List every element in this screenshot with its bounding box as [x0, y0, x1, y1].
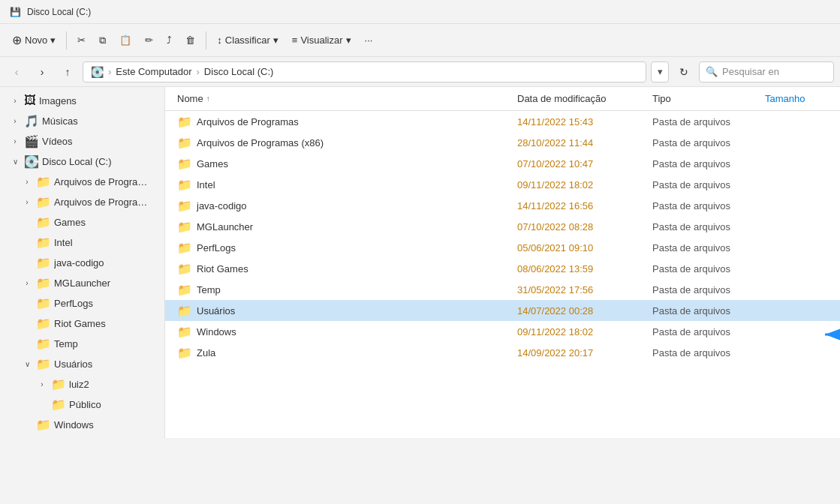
table-row[interactable]: 📁Windows09/11/2022 18:02Pasta de arquivo… [165, 321, 840, 342]
file-type-cell: Pasta de arquivos [646, 325, 759, 339]
sidebar-item-label: Imagens [39, 95, 77, 106]
sidebar-item-java-codigo[interactable]: › 📁 java-codigo [3, 253, 161, 272]
sidebar-item-publico[interactable]: › 📁 Público [3, 394, 161, 414]
address-dropdown[interactable]: ▾ [651, 62, 669, 82]
col-label-size: Tamanho [765, 93, 805, 104]
folder-icon: 📁 [177, 346, 192, 360]
new-chevron: ▾ [50, 34, 56, 46]
paste-button[interactable]: 📋 [113, 31, 137, 50]
table-row[interactable]: 📁Temp31/05/2022 17:56Pasta de arquivos [165, 279, 840, 300]
sidebar-item-musicas[interactable]: › 🎵 Músicas [3, 111, 161, 130]
search-icon: 🔍 [706, 66, 718, 77]
file-type-cell: Pasta de arquivos [646, 283, 759, 297]
file-type-cell: Pasta de arquivos [646, 136, 759, 150]
new-label: Novo [25, 34, 47, 46]
sidebar-item-riot-games[interactable]: › 📁 Riot Games [3, 314, 161, 333]
file-date-cell: 09/11/2022 18:02 [511, 178, 646, 192]
toolbar-sep-1 [66, 32, 67, 50]
rename-button[interactable]: ✏ [139, 31, 159, 50]
col-header-nome[interactable]: Nome [171, 90, 511, 107]
refresh-button[interactable]: ↻ [673, 62, 694, 82]
file-size-cell [759, 309, 834, 312]
table-row[interactable]: 📁Riot Games08/06/2022 13:59Pasta de arqu… [165, 258, 840, 279]
sidebar-item-arq-prog[interactable]: › 📁 Arquivos de Programas [3, 172, 161, 191]
sidebar-item-disco-local[interactable]: ∨ 💽 Disco Local (C:) [3, 152, 161, 171]
folder-icon: 🎵 [24, 114, 39, 128]
sidebar-item-games[interactable]: › 📁 Games [3, 212, 161, 232]
file-date-cell: 07/10/2022 08:28 [511, 220, 646, 234]
table-row[interactable]: 📁MGLauncher07/10/2022 08:28Pasta de arqu… [165, 216, 840, 237]
sidebar-item-label: Intel [54, 237, 73, 248]
expand-icon: › [9, 94, 21, 106]
col-header-size[interactable]: Tamanho [759, 90, 834, 107]
sidebar-item-usuarios[interactable]: ∨ 📁 Usuários [3, 354, 161, 374]
file-date-cell: 14/11/2022 15:43 [511, 115, 646, 129]
sidebar-item-label: Público [69, 399, 101, 410]
col-header-type[interactable]: Tipo [646, 90, 759, 107]
sidebar-item-videos[interactable]: › 🎬 Vídeos [3, 131, 161, 151]
col-header-date[interactable]: Data de modificação [511, 90, 646, 107]
sort-chevron: ▾ [273, 34, 278, 46]
copy-button[interactable]: ⧉ [93, 31, 112, 50]
folder-icon: 📁 [177, 220, 192, 234]
address-bar: ‹ › ↑ 💽 › Este Computador › Disco Local … [0, 57, 840, 87]
table-row[interactable]: 📁Arquivos de Programas14/11/2022 15:43Pa… [165, 111, 840, 132]
rename-icon: ✏ [145, 34, 153, 46]
file-list: Nome Data de modificação Tipo Tamanho 📁A… [165, 87, 840, 438]
file-name-cell: 📁Intel [171, 176, 511, 194]
sidebar-item-temp[interactable]: › 📁 Temp [3, 334, 161, 353]
search-box[interactable]: 🔍 Pesquisar en [699, 62, 834, 82]
sidebar-item-luiz2[interactable]: › 📁 luiz2 [3, 374, 161, 394]
folder-icon: 📁 [177, 157, 192, 171]
table-row[interactable]: 📁Usuários14/07/2022 00:28Pasta de arquiv… [165, 300, 840, 321]
sidebar-item-windows[interactable]: › 📁 Windows [3, 415, 161, 434]
view-icon: ≡ [292, 34, 298, 46]
view-button[interactable]: ≡ Visualizar ▾ [286, 31, 357, 50]
file-size-cell [759, 183, 834, 186]
table-row[interactable]: 📁Arquivos de Programas (x86)28/10/2022 1… [165, 132, 840, 153]
file-name: java-codigo [197, 200, 247, 212]
more-button[interactable]: ··· [359, 31, 379, 50]
file-type-cell: Pasta de arquivos [646, 115, 759, 129]
move-button[interactable]: ⤴ [161, 31, 178, 50]
table-row[interactable]: 📁PerfLogs05/06/2021 09:10Pasta de arquiv… [165, 237, 840, 258]
sidebar-item-label: Usuários [54, 358, 92, 370]
sort-button[interactable]: ↕ Classificar ▾ [211, 31, 284, 50]
forward-button[interactable]: › [32, 62, 53, 82]
address-path[interactable]: 💽 › Este Computador › Disco Local (C:) [83, 62, 646, 82]
sidebar-item-imagens[interactable]: › 🖼 Imagens [3, 91, 161, 110]
folder-icon: 📁 [36, 175, 51, 189]
new-button[interactable]: ⊕ Novo ▾ [6, 31, 62, 50]
folder-icon: 💽 [24, 154, 39, 169]
delete-button[interactable]: 🗑 [179, 31, 201, 50]
folder-icon: 📁 [177, 304, 192, 318]
view-label: Visualizar [300, 34, 342, 46]
search-placeholder: Pesquisar en [722, 66, 779, 77]
file-name: Intel [197, 179, 215, 190]
folder-icon: 📁 [36, 256, 51, 270]
view-chevron: ▾ [346, 34, 351, 46]
back-button[interactable]: ‹ [6, 62, 27, 82]
col-label-nome: Nome [177, 93, 203, 104]
table-row[interactable]: 📁Zula14/09/2022 20:17Pasta de arquivos [165, 342, 840, 363]
folder-icon: 🎬 [24, 134, 39, 148]
expand-icon: › [21, 196, 33, 208]
sidebar-item-label: Windows [54, 419, 94, 430]
sidebar-item-arq-prog-x86[interactable]: › 📁 Arquivos de Programas (x86 [3, 192, 161, 212]
cut-button[interactable]: ✂ [71, 31, 92, 50]
table-row[interactable]: 📁Games07/10/2022 10:47Pasta de arquivos [165, 153, 840, 174]
sidebar-item-intel[interactable]: › 📁 Intel [3, 232, 161, 252]
table-row[interactable]: 📁Intel09/11/2022 18:02Pasta de arquivos [165, 174, 840, 195]
sidebar: › 🖼 Imagens › 🎵 Músicas › 🎬 Vídeos ∨ � [0, 87, 165, 438]
file-name: Usuários [197, 305, 235, 316]
file-date-cell: 08/06/2022 13:59 [511, 262, 646, 276]
folder-icon: 🖼 [24, 94, 36, 107]
expand-icon: ∨ [9, 155, 21, 167]
sidebar-item-perflogs[interactable]: › 📁 PerfLogs [3, 293, 161, 313]
sidebar-item-mglauncher[interactable]: › 📁 MGLauncher [3, 273, 161, 292]
file-date-cell: 07/10/2022 10:47 [511, 157, 646, 171]
up-button[interactable]: ↑ [57, 62, 78, 82]
file-type-cell: Pasta de arquivos [646, 178, 759, 192]
table-row[interactable]: 📁java-codigo14/11/2022 16:56Pasta de arq… [165, 195, 840, 216]
folder-icon: 📁 [36, 195, 51, 209]
